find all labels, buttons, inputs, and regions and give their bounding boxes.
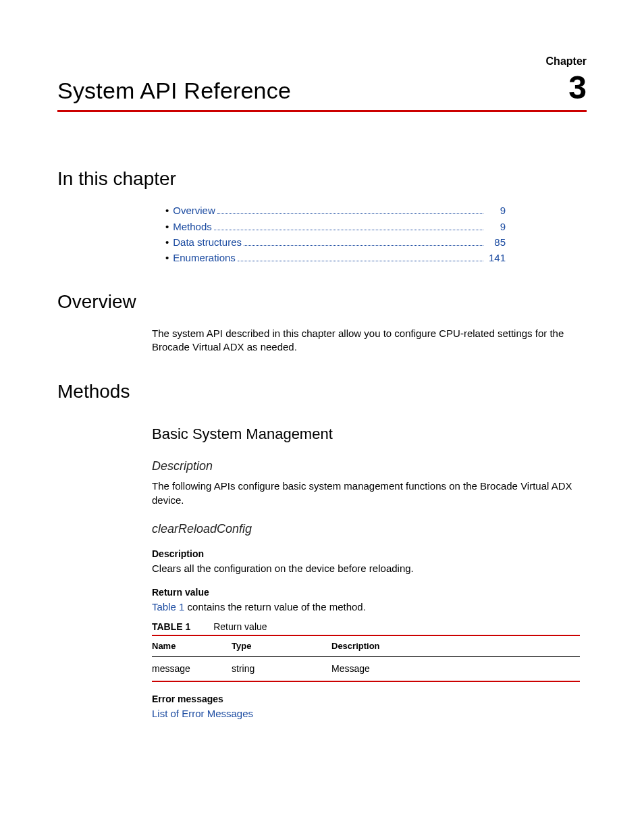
section-overview: Overview <box>57 289 587 315</box>
methods-description-text: The following APIs configure basic syste… <box>152 479 580 507</box>
toc-row: • Methods 9 <box>165 220 506 234</box>
toc-row: • Data structures 85 <box>165 236 506 249</box>
api-description-text: Clears all the configuration on the devi… <box>152 562 580 575</box>
page-title: System API Reference <box>57 76 291 107</box>
table-header-description: Description <box>331 635 580 656</box>
bullet-icon: • <box>165 236 169 249</box>
error-messages-label: Error messages <box>152 693 580 706</box>
section-in-this-chapter: In this chapter <box>57 166 587 192</box>
methods-subheading: Basic System Management <box>152 424 580 444</box>
api-name-heading: clearReloadConfig <box>152 521 580 537</box>
table-of-contents: • Overview 9 • Methods 9 • Data structur… <box>165 204 506 265</box>
api-description-label: Description <box>152 548 580 561</box>
toc-page[interactable]: 141 <box>485 251 506 265</box>
table-header-row: Name Type Description <box>152 635 580 656</box>
table-cell-name: message <box>152 656 232 681</box>
table-caption-row: TABLE 1 Return value <box>152 621 580 633</box>
table-number-label: TABLE 1 <box>152 621 190 632</box>
table-cell-type: string <box>232 656 331 681</box>
toc-leader <box>217 205 483 215</box>
table-header-name: Name <box>152 635 232 656</box>
toc-page[interactable]: 9 <box>485 220 506 234</box>
table-reference-link[interactable]: Table 1 <box>152 601 184 613</box>
bullet-icon: • <box>165 204 169 217</box>
toc-page[interactable]: 85 <box>485 236 506 249</box>
toc-leader <box>238 252 483 262</box>
error-messages-link[interactable]: List of Error Messages <box>152 707 580 721</box>
return-value-label: Return value <box>152 586 580 599</box>
table-cell-desc: Message <box>331 656 580 681</box>
toc-link-methods[interactable]: Methods <box>173 220 212 234</box>
toc-link-data-structures[interactable]: Data structures <box>173 236 242 249</box>
description-heading: Description <box>152 458 580 474</box>
toc-page[interactable]: 9 <box>485 204 506 217</box>
table-caption: Return value <box>213 621 267 632</box>
toc-row: • Overview 9 <box>165 204 506 217</box>
bullet-icon: • <box>165 251 169 265</box>
bullet-icon: • <box>165 220 169 234</box>
toc-leader <box>244 236 483 246</box>
chapter-number: 3 <box>568 72 587 104</box>
return-value-table: Name Type Description message string Mes… <box>152 635 580 681</box>
table-row: message string Message <box>152 656 580 681</box>
return-value-sentence-rest: contains the return value of the method. <box>184 601 366 613</box>
overview-text: The system API described in this chapter… <box>152 327 580 355</box>
chapter-label: Chapter <box>57 54 587 69</box>
toc-row: • Enumerations 141 <box>165 251 506 265</box>
section-methods: Methods <box>57 379 587 405</box>
toc-link-overview[interactable]: Overview <box>173 204 215 217</box>
toc-link-enumerations[interactable]: Enumerations <box>173 251 236 265</box>
table-header-type: Type <box>232 635 331 656</box>
title-row: System API Reference 3 <box>57 72 587 113</box>
return-value-sentence: Table 1 contains the return value of the… <box>152 600 580 614</box>
toc-leader <box>214 220 483 230</box>
